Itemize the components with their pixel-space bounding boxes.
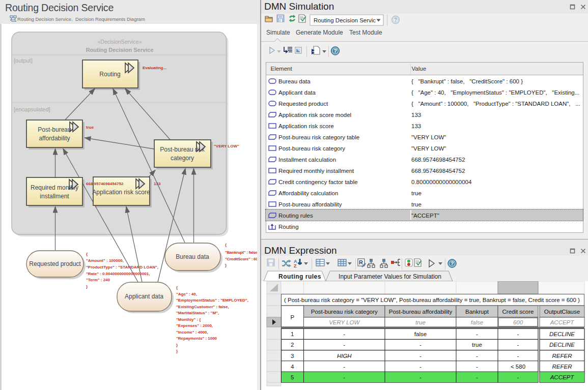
- svg-text:< 580: < 580: [511, 364, 525, 370]
- svg-text:-: -: [476, 331, 478, 337]
- svg-text:"VERY LOW": "VERY LOW": [214, 144, 239, 148]
- svg-text:?: ?: [394, 17, 397, 23]
- svg-text:REFER: REFER: [552, 364, 572, 370]
- svg-text:{: {: [86, 252, 88, 256]
- svg-text:2: 2: [291, 342, 294, 348]
- svg-text:Post-bureau affordability: Post-bureau affordability: [389, 309, 453, 315]
- svg-text:{: {: [225, 243, 227, 247]
- svg-text:"ProductType" : "STANDARD LOAN: "ProductType" : "STANDARD LOAN",: [86, 265, 158, 269]
- svg-text:4: 4: [291, 364, 294, 370]
- svg-text:-: -: [419, 353, 422, 359]
- svg-text:installment: installment: [40, 193, 69, 200]
- svg-text:P: P: [290, 314, 294, 320]
- svg-text:-: -: [343, 374, 345, 380]
- svg-text:Z: Z: [294, 263, 297, 268]
- svg-text:DECLINE: DECLINE: [549, 331, 575, 337]
- svg-text:-: -: [419, 364, 422, 370]
- svg-text:-: -: [419, 342, 422, 348]
- svg-text:Routing Decision Servic: Routing Decision Servic: [314, 17, 376, 23]
- svg-text:category: category: [171, 155, 194, 162]
- svg-text:-: -: [517, 342, 519, 348]
- svg-text:HIGH: HIGH: [337, 353, 352, 359]
- svg-text:-: -: [343, 342, 345, 348]
- svg-text:"Income" : 4000,: "Income" : 4000,: [176, 330, 208, 335]
- svg-text:Routing: Routing: [99, 71, 120, 78]
- svg-text:-: -: [476, 364, 478, 370]
- svg-text:Post-bureau risk category: Post-bureau risk category: [311, 309, 378, 315]
- svg-text:Evaluating...: Evaluating...: [143, 66, 166, 70]
- svg-text:-: -: [343, 331, 345, 337]
- svg-text:-: -: [517, 374, 519, 380]
- svg-text:}: }: [176, 349, 178, 353]
- svg-text:[encapsulated]: [encapsulated]: [14, 106, 50, 112]
- svg-text:"Term" : 240: "Term" : 240: [86, 278, 110, 282]
- svg-text:668.9574698454752: 668.9574698454752: [86, 182, 124, 186]
- svg-text:Post-bureau: Post-bureau: [38, 126, 71, 133]
- svg-text:Requested product: Requested product: [29, 260, 81, 267]
- svg-text:ACCEPT: ACCEPT: [550, 374, 575, 380]
- svg-text:600: 600: [513, 319, 523, 325]
- svg-text:}: }: [225, 263, 227, 267]
- svg-text:OutputClause: OutputClause: [544, 309, 580, 315]
- svg-text:133: 133: [154, 182, 161, 186]
- svg-text:?: ?: [333, 48, 337, 54]
- svg-text:DECLINE: DECLINE: [549, 342, 575, 348]
- svg-text:VERY LOW: VERY LOW: [329, 319, 360, 325]
- svg-text:REFER: REFER: [552, 353, 572, 359]
- svg-text:}: }: [176, 343, 178, 347]
- svg-text:"Rate" : 0.0040000000000000001: "Rate" : 0.0040000000000000001,: [86, 272, 150, 276]
- svg-text:"EmploymentStatus" : "EMPLOYED: "EmploymentStatus" : "EMPLOYED",: [176, 298, 248, 303]
- svg-text:( Post-bureau risk category =: ( Post-bureau risk category = "VERY LOW"…: [284, 297, 580, 303]
- svg-text:}: }: [86, 284, 88, 289]
- svg-text:"Age" : 40,: "Age" : 40,: [176, 292, 197, 296]
- svg-text:?: ?: [451, 260, 454, 266]
- svg-text:3: 3: [291, 353, 294, 359]
- svg-text:1: 1: [291, 331, 294, 337]
- svg-text:false: false: [471, 319, 483, 325]
- svg-text:"ExistingCustomer" : false,: "ExistingCustomer" : false,: [176, 305, 229, 309]
- svg-text:-: -: [476, 353, 478, 359]
- svg-text:-: -: [419, 374, 422, 380]
- svg-text:-: -: [343, 364, 345, 370]
- svg-text:true: true: [86, 125, 94, 130]
- svg-text:"MartitalStatus" : "M",: "MartitalStatus" : "M",: [176, 311, 219, 315]
- svg-text:"Repayments" : 1000: "Repayments" : 1000: [176, 336, 217, 341]
- svg-text:Input Parameter Values for Sim: Input Parameter Values for Simulation: [339, 273, 441, 280]
- svg-text:R: R: [359, 259, 363, 265]
- svg-text:"Monthly" : {: "Monthly" : {: [176, 317, 201, 322]
- svg-text:-: -: [476, 374, 478, 380]
- svg-text:Routing Decision Service: Routing Decision Service: [86, 47, 154, 53]
- svg-text:[output]: [output]: [14, 57, 33, 64]
- svg-text:{: {: [176, 285, 178, 290]
- svg-text:affordability: affordability: [39, 135, 70, 142]
- svg-text:"Bankrupt" : false,: "Bankrupt" : false,: [225, 250, 259, 255]
- svg-text:true: true: [472, 342, 482, 348]
- svg-text:Bankrupt: Bankrupt: [465, 309, 489, 315]
- svg-text:5: 5: [291, 374, 294, 380]
- svg-text:"Amount" : 100000,: "Amount" : 100000,: [86, 258, 124, 263]
- svg-text:-: -: [517, 331, 519, 337]
- svg-text:"CreditScore" : 600: "CreditScore" : 600: [225, 257, 260, 261]
- svg-text:"Expenses" : 2000,: "Expenses" : 2000,: [176, 323, 213, 328]
- svg-text:Bureau data: Bureau data: [176, 253, 209, 260]
- svg-text:«DecisionService»: «DecisionService»: [98, 39, 142, 45]
- svg-text:ACCEPT: ACCEPT: [550, 319, 575, 325]
- svg-text:-: -: [517, 353, 519, 359]
- svg-text:true: true: [415, 319, 426, 325]
- svg-text:Application risk score: Application risk score: [92, 189, 150, 196]
- svg-text:Credit score: Credit score: [502, 309, 534, 315]
- svg-text:Routing rules: Routing rules: [278, 273, 321, 280]
- svg-text:Applicant data: Applicant data: [125, 293, 163, 300]
- svg-text:false: false: [414, 331, 427, 337]
